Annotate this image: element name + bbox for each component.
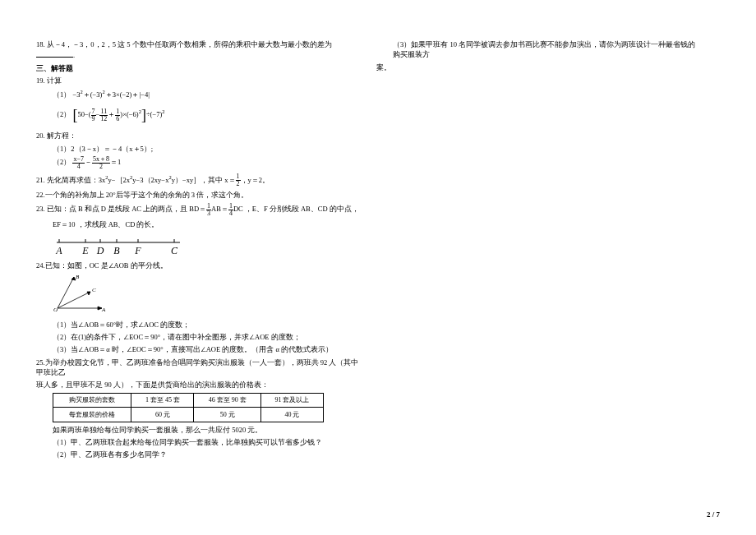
svg-text:B: B: [76, 274, 80, 280]
q24-p1: （1）当∠AOB＝60°时，求∠AOC 的度数；: [36, 320, 362, 330]
q20-p2: （2） x−74－5x＋82＝1: [36, 156, 362, 170]
q25-line1: 25.为举办校园文化节，甲、乙两班准备给合唱同学购买演出服装（一人一套），两班共…: [36, 357, 362, 378]
price-table: 购买服装的套数1 套至 45 套46 套至 90 套91 套及以上 每套服装的价…: [53, 393, 324, 422]
q20-title: 20. 解方程：: [36, 131, 362, 141]
q21: 21. 先化简再求值：3x2y−［2x2y−3（2xy−x2y）−xy］，其中 …: [36, 173, 362, 187]
q19-p1: （1） −32＋(−3)2＋3×(−2)＋|−4|: [36, 88, 362, 99]
pt-D: D: [96, 245, 104, 256]
number-line: A E D B F C: [53, 234, 362, 257]
svg-text:O: O: [53, 307, 58, 313]
svg-text:A: A: [101, 307, 106, 313]
q22: 22.一个角的补角加上 20°后等于这个角的余角的 3 倍，求这个角。: [36, 190, 362, 200]
q25-line3: 如果两班单独给每位同学购买一套服装，那么一共应付 5020 元。: [36, 425, 362, 435]
q19-p2: （2） [50−(79−1112＋16)×(−6)2]÷(−7)2: [36, 104, 362, 126]
table-row: 每套服装的价格60 元50 元40 元: [53, 408, 324, 422]
svg-marker-11: [87, 292, 90, 295]
pt-F: F: [134, 245, 141, 256]
q24-title: 24.已知：如图，OC 是∠AOB 的平分线。: [36, 261, 362, 270]
pt-A: A: [55, 245, 62, 256]
pt-C: C: [171, 245, 178, 256]
q18: 18. 从－4，－3，0，2，5 这 5 个数中任取两个数相乘，所得的乘积中最大…: [36, 39, 362, 61]
table-row: 购买服装的套数1 套至 45 套46 套至 90 套91 套及以上: [53, 393, 324, 408]
q19-title: 19. 计算: [36, 76, 362, 85]
angle-diagram: B C O A: [51, 274, 362, 316]
svg-line-8: [58, 292, 90, 308]
q23-line1: 23. 已知：点 B 和点 D 是线段 AC 上的两点，且 BD＝13AB＝14…: [36, 203, 362, 217]
svg-text:C: C: [92, 287, 96, 293]
section-3-title: 三、解答题: [36, 63, 362, 73]
page-footer: 2 / 7: [707, 510, 720, 520]
q25-p3b: 案。: [376, 62, 702, 72]
q23-line2: EF＝10 ，求线段 AB、CD 的长。: [36, 219, 362, 229]
q25-p1: （1）甲、乙两班联合起来给每位同学购买一套服装，比单独购买可以节省多少钱？: [36, 437, 362, 447]
pt-B: B: [113, 245, 120, 256]
q25-p2: （2）甲、乙两班各有多少名同学？: [36, 450, 362, 459]
q24-p3: （3）当∠AOB＝α 时，∠EOC＝90°，直接写出∠AOE 的度数。（用含 α…: [36, 344, 362, 354]
q25-line2: 班人多，且甲班不足 90 人），下面是供货商给出的演出服装的价格表：: [36, 380, 362, 390]
q18-text: 从－4，－3，0，2，5 这 5 个数中任取两个数相乘，所得的乘积中最大数与最小…: [47, 40, 332, 48]
blank: [36, 49, 73, 58]
q18-num: 18.: [36, 40, 45, 48]
q24-p2: （2）在(1)的条件下，∠EOC＝90°，请在图中补全图形，并求∠AOE 的度数…: [36, 332, 362, 342]
q20-p1: （1）2（3－x）＝－4（x＋5）;: [36, 144, 362, 154]
svg-line-9: [58, 277, 74, 308]
pt-E: E: [81, 245, 89, 256]
q25-p3: （3）如果甲班有 10 名同学被调去参加书画比赛不能参加演出，请你为两班设计一种…: [376, 39, 702, 60]
